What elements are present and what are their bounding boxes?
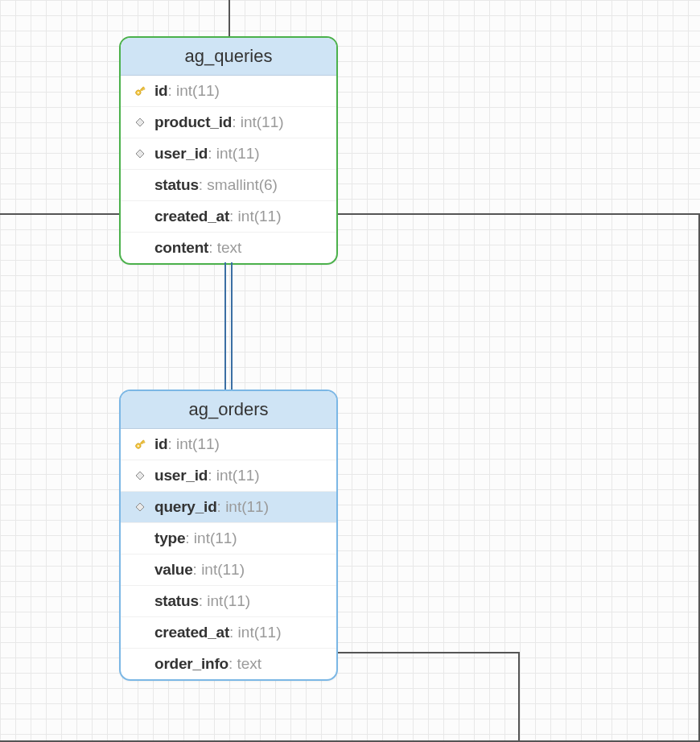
wire-left-horiz xyxy=(0,213,119,215)
field-row-value[interactable]: value: int(11) xyxy=(121,554,336,586)
field-row-created-at[interactable]: created_at: int(11) xyxy=(121,617,336,649)
field-row-product-id[interactable]: product_id: int(11) xyxy=(121,107,336,138)
wire-orders-right-horiz xyxy=(335,652,520,653)
field-row-type[interactable]: type: int(11) xyxy=(121,523,336,554)
field-name: created_at xyxy=(154,208,229,225)
table-title: ag_orders xyxy=(188,399,268,419)
field-name: type xyxy=(154,530,185,547)
field-name: query_id xyxy=(154,498,217,516)
field-name: status xyxy=(154,592,199,610)
table-ag-queries[interactable]: ag_queries id: int(11)product_id: int(11… xyxy=(119,36,338,265)
field-row-user-id[interactable]: user_id: int(11) xyxy=(121,138,336,170)
field-name: user_id xyxy=(154,145,208,163)
field-row-order-info[interactable]: order_info: text xyxy=(121,649,336,679)
table-header[interactable]: ag_orders xyxy=(121,391,336,429)
field-type: : text xyxy=(229,655,261,673)
field-name: value xyxy=(154,561,193,579)
field-row-query-id[interactable]: query_id: int(11) xyxy=(121,492,336,523)
field-row-status[interactable]: status: smallint(6) xyxy=(121,170,336,201)
field-type: : int(11) xyxy=(217,498,269,516)
field-name: created_at xyxy=(154,624,229,641)
field-type: : int(11) xyxy=(185,530,237,547)
field-type: : int(11) xyxy=(168,435,220,453)
erd-canvas[interactable]: ag_queries id: int(11)product_id: int(11… xyxy=(0,0,700,742)
svg-marker-12 xyxy=(136,472,144,480)
wire-right-top-horiz xyxy=(336,213,700,215)
field-type: : int(11) xyxy=(208,467,259,484)
field-type: : text xyxy=(208,239,241,257)
field-name: product_id xyxy=(154,113,232,131)
index-diamond-icon xyxy=(130,502,150,512)
table-title: ag_queries xyxy=(185,46,273,66)
field-row-created-at[interactable]: created_at: int(11) xyxy=(121,201,336,233)
svg-marker-5 xyxy=(136,118,144,126)
field-row-user-id[interactable]: user_id: int(11) xyxy=(121,460,336,492)
field-type: : smallint(6) xyxy=(199,176,278,194)
field-name: id xyxy=(154,435,168,453)
relationship-connector xyxy=(224,262,233,390)
field-name: order_info xyxy=(154,655,229,673)
field-type: : int(11) xyxy=(232,113,283,131)
field-row-status[interactable]: status: int(11) xyxy=(121,586,336,617)
table-ag-orders[interactable]: ag_orders id: int(11)user_id: int(11)que… xyxy=(119,390,338,681)
primary-key-icon xyxy=(130,437,150,451)
table-header[interactable]: ag_queries xyxy=(121,38,336,76)
svg-marker-6 xyxy=(136,150,144,158)
field-type: : int(11) xyxy=(208,145,259,163)
field-type: : int(11) xyxy=(193,561,245,579)
wire-top-vert xyxy=(229,0,230,37)
field-name: status xyxy=(154,176,199,194)
svg-marker-13 xyxy=(136,503,144,511)
field-type: : int(11) xyxy=(168,82,220,100)
index-diamond-icon xyxy=(130,117,150,127)
index-diamond-icon xyxy=(130,471,150,480)
field-row-id[interactable]: id: int(11) xyxy=(121,76,336,107)
field-row-id[interactable]: id: int(11) xyxy=(121,429,336,460)
field-type: : int(11) xyxy=(229,208,281,225)
field-name: user_id xyxy=(154,467,208,484)
field-type: : int(11) xyxy=(229,624,281,641)
field-type: : int(11) xyxy=(199,592,250,610)
wire-orders-right-vert xyxy=(518,652,520,742)
field-name: content xyxy=(154,239,208,257)
primary-key-icon xyxy=(130,84,150,98)
field-name: id xyxy=(154,82,168,100)
field-row-content[interactable]: content: text xyxy=(121,233,336,263)
index-diamond-icon xyxy=(130,149,150,159)
